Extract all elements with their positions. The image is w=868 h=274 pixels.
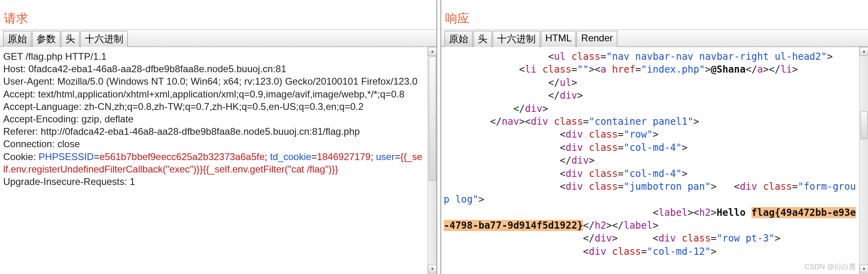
toolbar-spacer — [441, 0, 868, 7]
response-textarea[interactable]: <ul class="nav navbar-nav navbar-right u… — [441, 47, 859, 274]
response-heading: 响应 — [441, 7, 868, 29]
tab-raw[interactable]: 原始 — [444, 31, 473, 47]
response-scrollbar[interactable]: ▴ ▾ — [859, 47, 868, 274]
tab-render[interactable]: Render — [577, 31, 617, 47]
split-divider[interactable] — [436, 0, 441, 274]
tab-params[interactable]: 参数 — [32, 31, 60, 47]
toolbar-spacer — [0, 0, 436, 7]
scroll-down-icon[interactable]: ▾ — [860, 265, 868, 274]
scroll-up-icon[interactable]: ▴ — [428, 47, 437, 56]
request-tabs: 原始 参数 头 十六进制 — [0, 29, 436, 47]
tab-headers[interactable]: 头 — [473, 31, 492, 47]
tab-hex[interactable]: 十六进制 — [493, 31, 540, 47]
scroll-down-icon[interactable]: ▾ — [428, 265, 437, 274]
request-scrollbar[interactable]: ▴ ▾ — [428, 47, 436, 274]
request-body: GET /flag.php HTTP/1.1 Host: 0fadca42-eb… — [0, 47, 436, 274]
response-panel: 响应 原始 头 十六进制 HTML Render <ul class="nav … — [441, 0, 868, 274]
response-tabs: 原始 头 十六进制 HTML Render — [441, 29, 868, 47]
tab-headers[interactable]: 头 — [61, 31, 80, 47]
request-heading: 请求 — [0, 7, 436, 29]
request-panel: 请求 原始 参数 头 十六进制 GET /flag.php HTTP/1.1 H… — [0, 0, 436, 274]
tab-hex[interactable]: 十六进制 — [80, 31, 128, 47]
tab-raw[interactable]: 原始 — [3, 31, 31, 47]
scroll-thumb[interactable] — [429, 57, 436, 181]
tab-html[interactable]: HTML — [541, 31, 576, 47]
response-body: <ul class="nav navbar-nav navbar-right u… — [441, 47, 868, 274]
watermark: CSDN @衍白鹿 — [805, 262, 856, 272]
scroll-thumb[interactable] — [860, 111, 868, 139]
request-textarea[interactable]: GET /flag.php HTTP/1.1 Host: 0fadca42-eb… — [0, 47, 428, 274]
scroll-up-icon[interactable]: ▴ — [860, 47, 868, 56]
